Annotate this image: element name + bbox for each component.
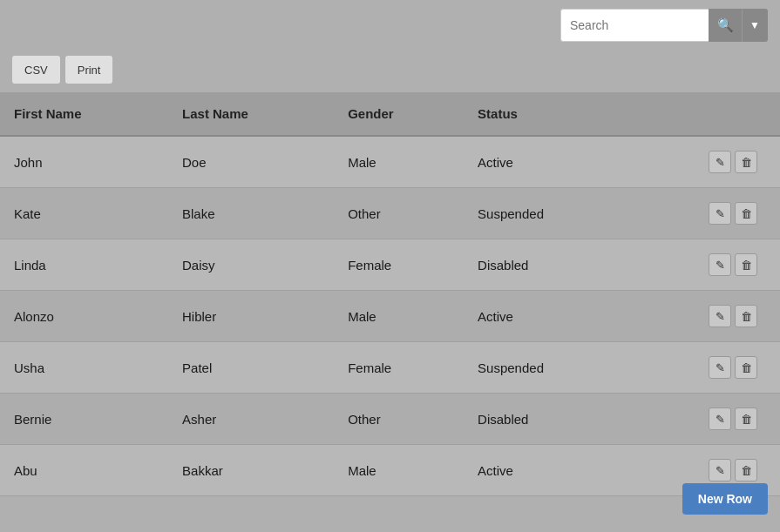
edit-button[interactable]: ✎ (709, 151, 731, 173)
cell-gender: Other (334, 394, 464, 445)
table-row: UshaPatelFemaleSuspended✎🗑 (0, 342, 780, 394)
edit-icon: ✎ (716, 464, 725, 477)
table-row: AlonzoHiblerMaleActive✎🗑 (0, 291, 780, 342)
delete-button[interactable]: 🗑 (735, 305, 757, 327)
delete-icon: 🗑 (741, 464, 752, 477)
table-row: JohnDoeMaleActive✎🗑 (0, 136, 780, 188)
actions-cell: ✎🗑 (643, 459, 766, 481)
cell-status: Disabled (464, 239, 629, 291)
edit-button[interactable]: ✎ (709, 356, 731, 379)
col-gender: Gender (334, 92, 464, 136)
delete-icon: 🗑 (741, 310, 752, 323)
cell-first-name: Abu (0, 445, 168, 496)
actions-cell: ✎🗑 (643, 202, 766, 225)
cell-last-name: Asher (168, 394, 334, 445)
cell-actions: ✎🗑 (629, 188, 780, 239)
cell-first-name: Usha (0, 342, 168, 394)
edit-icon: ✎ (716, 156, 725, 169)
cell-status: Active (464, 445, 629, 496)
delete-button[interactable]: 🗑 (735, 459, 757, 481)
cell-actions: ✎🗑 (629, 136, 780, 188)
cell-status: Active (464, 291, 629, 342)
cell-first-name: John (0, 136, 168, 188)
edit-icon: ✎ (716, 310, 725, 323)
action-buttons: CSV Print (0, 51, 780, 92)
cell-first-name: Kate (0, 188, 168, 239)
edit-button[interactable]: ✎ (709, 407, 731, 430)
cell-status: Disabled (464, 394, 629, 445)
cell-actions: ✎🗑 (629, 239, 780, 291)
table-container: First Name Last Name Gender Status JohnD… (0, 92, 780, 496)
delete-icon: 🗑 (741, 259, 752, 272)
cell-last-name: Blake (168, 188, 334, 239)
delete-icon: 🗑 (741, 413, 752, 426)
cell-actions: ✎🗑 (629, 291, 780, 342)
col-first-name: First Name (0, 92, 168, 136)
cell-status: Suspended (464, 342, 629, 394)
delete-button[interactable]: 🗑 (735, 151, 757, 173)
new-row-button[interactable]: New Row (682, 483, 768, 515)
top-bar: 🔍 ▼ (0, 0, 780, 51)
print-button[interactable]: Print (65, 56, 113, 84)
col-status: Status (464, 92, 629, 136)
delete-button[interactable]: 🗑 (735, 202, 757, 225)
delete-button[interactable]: 🗑 (735, 253, 757, 276)
cell-gender: Male (334, 445, 464, 496)
chevron-down-icon: ▼ (749, 19, 760, 31)
delete-icon: 🗑 (741, 156, 752, 169)
table-row: LindaDaisyFemaleDisabled✎🗑 (0, 239, 780, 291)
cell-first-name: Alonzo (0, 291, 168, 342)
cell-actions: ✎🗑 (629, 342, 780, 394)
table-row: KateBlakeOtherSuspended✎🗑 (0, 188, 780, 239)
actions-cell: ✎🗑 (643, 151, 766, 173)
cell-actions: ✎🗑 (629, 394, 780, 445)
actions-cell: ✎🗑 (643, 407, 766, 430)
cell-gender: Female (334, 342, 464, 394)
actions-cell: ✎🗑 (643, 356, 766, 379)
cell-status: Suspended (464, 188, 629, 239)
cell-gender: Female (334, 239, 464, 291)
actions-cell: ✎🗑 (643, 305, 766, 327)
edit-button[interactable]: ✎ (709, 459, 731, 481)
edit-icon: ✎ (716, 361, 725, 374)
cell-first-name: Bernie (0, 394, 168, 445)
cell-last-name: Bakkar (168, 445, 334, 496)
delete-button[interactable]: 🗑 (735, 407, 757, 430)
cell-status: Active (464, 136, 629, 188)
search-icon: 🔍 (717, 17, 734, 33)
edit-button[interactable]: ✎ (709, 253, 731, 276)
delete-icon: 🗑 (741, 361, 752, 374)
search-dropdown-button[interactable]: ▼ (742, 9, 768, 42)
delete-button[interactable]: 🗑 (735, 356, 757, 379)
cell-last-name: Hibler (168, 291, 334, 342)
edit-button[interactable]: ✎ (709, 202, 731, 225)
cell-gender: Other (334, 188, 464, 239)
data-table: First Name Last Name Gender Status JohnD… (0, 92, 780, 496)
search-button[interactable]: 🔍 (709, 9, 742, 42)
cell-last-name: Patel (168, 342, 334, 394)
delete-icon: 🗑 (741, 207, 752, 220)
search-input[interactable] (560, 9, 709, 42)
edit-icon: ✎ (716, 207, 725, 220)
edit-icon: ✎ (716, 259, 725, 272)
cell-gender: Male (334, 291, 464, 342)
table-row: BernieAsherOtherDisabled✎🗑 (0, 394, 780, 445)
col-last-name: Last Name (168, 92, 334, 136)
csv-button[interactable]: CSV (12, 56, 60, 84)
table-row: AbuBakkarMaleActive✎🗑 (0, 445, 780, 496)
cell-last-name: Daisy (168, 239, 334, 291)
actions-cell: ✎🗑 (643, 253, 766, 276)
cell-first-name: Linda (0, 239, 168, 291)
search-wrapper: 🔍 ▼ (560, 9, 768, 42)
edit-icon: ✎ (716, 413, 725, 426)
table-header-row: First Name Last Name Gender Status (0, 92, 780, 136)
edit-button[interactable]: ✎ (709, 305, 731, 327)
cell-last-name: Doe (168, 136, 334, 188)
cell-gender: Male (334, 136, 464, 188)
col-actions (629, 92, 780, 136)
